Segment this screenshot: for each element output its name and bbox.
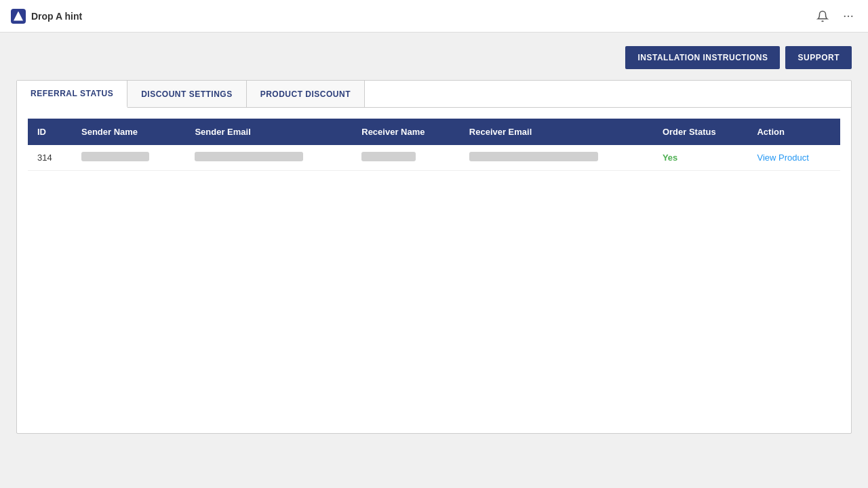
col-header-receiver-email: Receiver Email (460, 119, 653, 145)
referral-table: ID Sender Name Sender Email Receiver Nam… (28, 119, 840, 171)
support-button[interactable]: SUPPORT (785, 46, 852, 69)
app-branding: Drop A hint (11, 9, 82, 24)
main-content: INSTALLATION INSTRUCTIONS SUPPORT REFERR… (0, 33, 868, 447)
tab-container: REFERRAL STATUS DISCOUNT SETTINGS PRODUC… (16, 80, 852, 434)
col-header-receiver-name: Receiver Name (352, 119, 460, 145)
col-header-sender-name: Sender Name (72, 119, 185, 145)
cell-sender-name (72, 145, 185, 171)
cell-receiver-name (352, 145, 460, 171)
top-bar-actions (814, 7, 857, 25)
col-header-sender-email: Sender Email (185, 119, 352, 145)
svg-point-1 (848, 15, 849, 16)
more-options-icon[interactable] (840, 7, 857, 25)
status-badge: Yes (663, 152, 677, 163)
svg-point-0 (844, 15, 846, 16)
col-header-id: ID (28, 119, 72, 145)
table-header-row: ID Sender Name Sender Email Receiver Nam… (28, 119, 840, 145)
tab-referral-status[interactable]: REFERRAL STATUS (17, 81, 127, 108)
notification-icon[interactable] (814, 7, 831, 25)
cell-action: View Product (747, 145, 840, 171)
view-product-link[interactable]: View Product (757, 152, 808, 163)
sender-email-placeholder (195, 152, 303, 161)
top-bar: Drop A hint (0, 0, 868, 33)
receiver-email-placeholder (469, 152, 598, 161)
cell-sender-email (185, 145, 352, 171)
tab-product-discount[interactable]: PRODUCT DISCOUNT (247, 81, 365, 107)
app-icon-shape (14, 12, 23, 21)
col-header-order-status: Order Status (653, 119, 748, 145)
cell-receiver-email (460, 145, 653, 171)
col-header-action: Action (747, 119, 840, 145)
app-title: Drop A hint (31, 11, 82, 22)
tab-bar: REFERRAL STATUS DISCOUNT SETTINGS PRODUC… (17, 81, 851, 108)
table-wrapper: ID Sender Name Sender Email Receiver Nam… (17, 108, 851, 433)
sender-name-placeholder (81, 152, 149, 161)
receiver-name-placeholder (361, 152, 416, 161)
table-row: 314 Yes (28, 145, 840, 171)
app-icon (11, 9, 26, 24)
svg-point-2 (851, 15, 852, 16)
tab-discount-settings[interactable]: DISCOUNT SETTINGS (127, 81, 247, 107)
installation-instructions-button[interactable]: INSTALLATION INSTRUCTIONS (625, 46, 780, 69)
cell-id: 314 (28, 145, 72, 171)
action-row: INSTALLATION INSTRUCTIONS SUPPORT (16, 46, 852, 69)
cell-order-status: Yes (653, 145, 748, 171)
